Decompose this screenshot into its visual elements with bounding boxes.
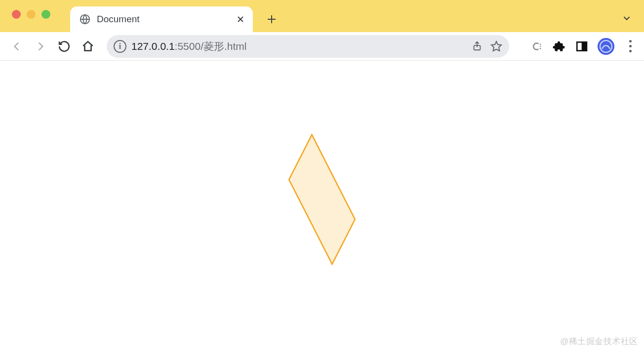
- side-panel-icon[interactable]: [575, 39, 589, 53]
- svg-point-2: [540, 43, 541, 45]
- url-path: :5500/菱形.html: [175, 40, 247, 52]
- extension-c-icon[interactable]: [529, 39, 543, 53]
- browser-toolbar: i 127.0.0.1:5500/菱形.html: [0, 32, 644, 61]
- tab-strip: Document: [70, 0, 282, 32]
- address-bar[interactable]: i 127.0.0.1:5500/菱形.html: [107, 35, 509, 58]
- globe-icon: [79, 13, 91, 25]
- tabs-dropdown-button[interactable]: [621, 13, 632, 24]
- new-tab-button[interactable]: [262, 9, 282, 29]
- browser-menu-button[interactable]: [623, 39, 637, 53]
- omnibox-actions: [472, 40, 502, 52]
- tab-active[interactable]: Document: [70, 6, 253, 32]
- svg-point-4: [540, 48, 541, 49]
- svg-point-3: [540, 45, 541, 47]
- window-close-button[interactable]: [12, 10, 21, 19]
- home-button[interactable]: [78, 37, 98, 56]
- url-text: 127.0.0.1:5500/菱形.html: [131, 39, 467, 53]
- watermark-text: @稀土掘金技术社区: [560, 336, 638, 347]
- window-controls: [12, 10, 50, 19]
- bookmark-star-icon[interactable]: [490, 40, 502, 52]
- window-maximize-button[interactable]: [41, 10, 50, 19]
- forward-button[interactable]: [31, 37, 50, 56]
- window-minimize-button[interactable]: [27, 10, 36, 19]
- browser-titlebar: Document: [0, 0, 644, 32]
- extensions-puzzle-icon[interactable]: [552, 39, 566, 53]
- tab-close-button[interactable]: [235, 14, 246, 25]
- page-content: @稀土掘金技术社区: [0, 61, 644, 350]
- site-info-icon[interactable]: i: [114, 40, 126, 53]
- reload-button[interactable]: [54, 37, 74, 56]
- profile-avatar[interactable]: [598, 38, 614, 55]
- share-icon[interactable]: [472, 40, 483, 52]
- svg-rect-6: [582, 42, 587, 50]
- url-host: 127.0.0.1: [131, 40, 175, 52]
- back-button[interactable]: [7, 37, 27, 56]
- extension-icons: [529, 38, 637, 55]
- diamond-shape: [276, 175, 368, 224]
- tab-title: Document: [97, 14, 229, 25]
